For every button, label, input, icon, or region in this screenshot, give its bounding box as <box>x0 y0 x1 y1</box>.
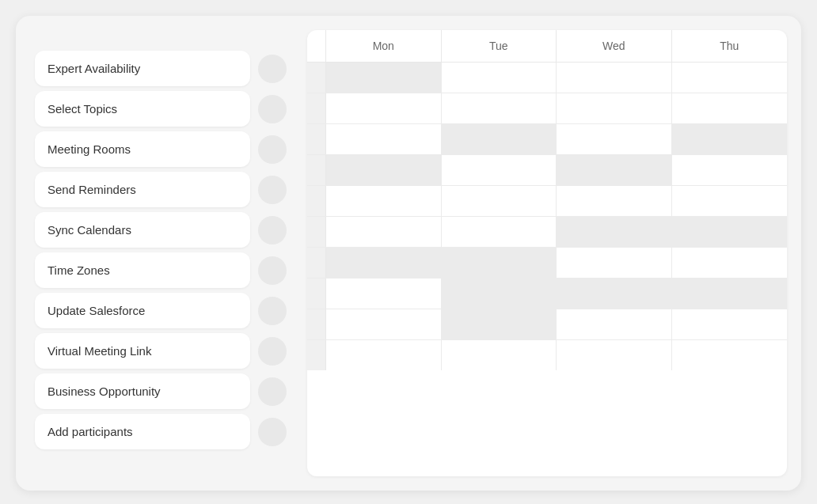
calendar-cell-5-0 <box>326 217 442 247</box>
calendar-cell-4-1 <box>442 186 557 216</box>
list-item-label-business-opportunity: Business Opportunity <box>35 373 250 409</box>
left-panel: Expert AvailabilitySelect TopicsMeeting … <box>30 30 291 476</box>
calendar-cell-1-0 <box>326 93 442 123</box>
calendar-cell-5-3 <box>672 217 788 247</box>
calendar-cell-6-2 <box>557 248 672 278</box>
row-time-6 <box>307 248 326 278</box>
list-item-label-update-salesforce: Update Salesforce <box>35 293 250 328</box>
list-item-label-select-topics: Select Topics <box>35 91 250 127</box>
calendar-body <box>307 63 787 370</box>
calendar-header-wed: Wed <box>557 30 672 62</box>
row-time-7 <box>307 279 326 309</box>
list-item-meeting-rooms: Meeting Rooms <box>30 131 291 167</box>
calendar-cell-2-2 <box>557 124 672 154</box>
calendar-cell-8-1 <box>442 309 557 339</box>
list-item-label-meeting-rooms: Meeting Rooms <box>35 131 250 167</box>
calendar-container: MonTueWedThu <box>307 30 787 476</box>
calendar-cell-8-0 <box>326 309 442 339</box>
panel-title <box>30 30 291 51</box>
list-item-select-topics: Select Topics <box>30 91 291 127</box>
list-item-radio-meeting-rooms[interactable] <box>258 135 287 164</box>
list-item-label-virtual-meeting-link: Virtual Meeting Link <box>35 333 250 369</box>
list-item-label-time-zones: Time Zones <box>35 252 250 288</box>
calendar-cell-3-3 <box>672 155 788 185</box>
calendar-cell-7-3 <box>672 279 788 309</box>
calendar-row-1 <box>307 93 787 124</box>
list-item-radio-update-salesforce[interactable] <box>258 297 287 325</box>
calendar-row-6 <box>307 248 787 279</box>
row-time-0 <box>307 63 326 93</box>
row-time-8 <box>307 309 326 339</box>
calendar-cell-3-0 <box>326 155 442 185</box>
list-item-radio-expert-availability[interactable] <box>258 55 287 83</box>
calendar-header-tue: Tue <box>442 30 557 62</box>
calendar-cell-0-0 <box>326 63 442 93</box>
calendar-header-spacer <box>307 30 326 62</box>
calendar-row-0 <box>307 63 787 93</box>
calendar-cell-6-1 <box>442 248 557 278</box>
calendar-row-8 <box>307 309 787 340</box>
list-items-wrapper: Expert AvailabilitySelect TopicsMeeting … <box>30 51 291 449</box>
calendar-header: MonTueWedThu <box>307 30 787 63</box>
calendar-cell-7-0 <box>326 279 442 309</box>
list-item-label-expert-availability: Expert Availability <box>35 51 250 86</box>
row-time-3 <box>307 155 326 185</box>
calendar-cell-7-1 <box>442 279 557 309</box>
calendar-row-4 <box>307 186 787 217</box>
list-item-expert-availability: Expert Availability <box>30 51 291 86</box>
list-item-radio-add-participants[interactable] <box>258 418 287 446</box>
calendar-cell-0-1 <box>442 63 557 93</box>
calendar-cell-9-2 <box>557 340 672 370</box>
list-item-radio-send-reminders[interactable] <box>258 176 287 204</box>
calendar-row-3 <box>307 155 787 186</box>
main-container: Expert AvailabilitySelect TopicsMeeting … <box>16 16 801 491</box>
calendar-row-5 <box>307 217 787 248</box>
calendar-cell-2-0 <box>326 124 442 154</box>
list-item-label-send-reminders: Send Reminders <box>35 172 250 207</box>
list-item-label-sync-calendars: Sync Calendars <box>35 212 250 248</box>
calendar-cell-0-2 <box>557 63 672 93</box>
calendar-cell-4-0 <box>326 186 442 216</box>
calendar-cell-5-1 <box>442 217 557 247</box>
calendar-cell-1-3 <box>672 93 788 123</box>
list-item-radio-sync-calendars[interactable] <box>258 216 287 244</box>
calendar-cell-3-2 <box>557 155 672 185</box>
row-time-9 <box>307 340 326 370</box>
calendar-cell-9-0 <box>326 340 442 370</box>
list-item-label-add-participants: Add participants <box>35 414 250 449</box>
row-time-2 <box>307 124 326 154</box>
calendar-row-2 <box>307 124 787 155</box>
calendar-cell-2-3 <box>672 124 788 154</box>
calendar-row-7 <box>307 279 787 309</box>
calendar-row-9 <box>307 340 787 370</box>
calendar-cell-0-3 <box>672 63 788 93</box>
calendar-cell-1-1 <box>442 93 557 123</box>
list-item-time-zones: Time Zones <box>30 252 291 288</box>
calendar-cell-6-3 <box>672 248 788 278</box>
row-time-1 <box>307 93 326 123</box>
calendar-cell-4-3 <box>672 186 788 216</box>
list-item-radio-business-opportunity[interactable] <box>258 377 287 406</box>
list-item-business-opportunity: Business Opportunity <box>30 373 291 409</box>
list-item-radio-select-topics[interactable] <box>258 95 287 123</box>
calendar-cell-3-1 <box>442 155 557 185</box>
list-item-send-reminders: Send Reminders <box>30 172 291 207</box>
row-time-4 <box>307 186 326 216</box>
calendar-cell-7-2 <box>557 279 672 309</box>
right-panel: MonTueWedThu <box>307 30 787 476</box>
calendar-cell-1-2 <box>557 93 672 123</box>
list-item-radio-time-zones[interactable] <box>258 256 287 285</box>
calendar-cell-6-0 <box>326 248 442 278</box>
calendar-cell-5-2 <box>557 217 672 247</box>
calendar-cell-2-1 <box>442 124 557 154</box>
calendar-header-mon: Mon <box>326 30 442 62</box>
calendar-cell-8-2 <box>557 309 672 339</box>
calendar-cell-9-1 <box>442 340 557 370</box>
calendar-cell-8-3 <box>672 309 788 339</box>
list-item-update-salesforce: Update Salesforce <box>30 293 291 328</box>
calendar-header-thu: Thu <box>672 30 788 62</box>
row-time-5 <box>307 217 326 247</box>
list-item-radio-virtual-meeting-link[interactable] <box>258 337 287 366</box>
calendar-cell-9-3 <box>672 340 788 370</box>
list-item-virtual-meeting-link: Virtual Meeting Link <box>30 333 291 369</box>
